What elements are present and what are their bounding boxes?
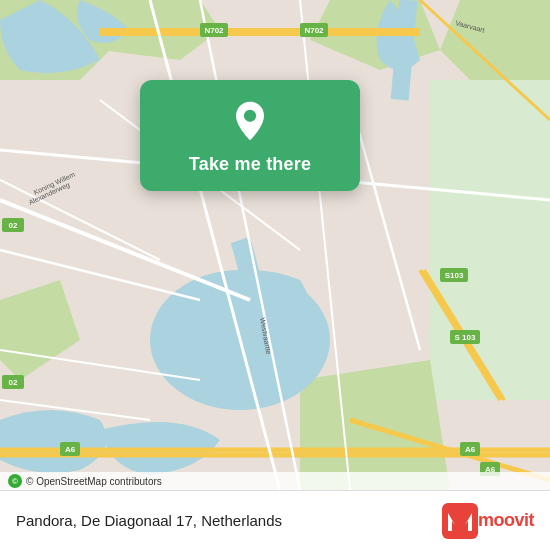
osm-logo-icon: © (8, 474, 22, 488)
svg-text:A6: A6 (465, 445, 476, 454)
map-container: N702 N702 A6 A6 A6 S103 S 103 02 02 Koni… (0, 0, 550, 490)
svg-marker-8 (300, 360, 450, 490)
svg-rect-30 (200, 23, 228, 37)
svg-line-26 (350, 100, 420, 350)
svg-point-53 (244, 110, 256, 122)
svg-line-25 (300, 0, 350, 490)
svg-rect-5 (430, 80, 550, 280)
address-text: Pandora, De Diagonaal 17, Netherlands (16, 512, 282, 529)
svg-marker-7 (0, 280, 80, 380)
svg-marker-4 (440, 0, 550, 90)
location-card[interactable]: Take me there (140, 80, 360, 191)
map-attribution: © © OpenStreetMap contributors (0, 472, 550, 490)
svg-text:02: 02 (9, 221, 18, 230)
take-me-there-button[interactable]: Take me there (189, 154, 311, 175)
svg-text:A6: A6 (65, 445, 76, 454)
svg-line-13 (350, 420, 550, 480)
map-background: N702 N702 A6 A6 A6 S103 S 103 02 02 Koni… (0, 0, 550, 490)
svg-line-29 (420, 0, 550, 120)
moovit-text: moovit (478, 510, 534, 531)
svg-marker-1 (0, 0, 120, 80)
svg-text:N702: N702 (204, 26, 224, 35)
svg-line-20 (0, 250, 200, 300)
svg-text:Vaarvaart: Vaarvaart (455, 19, 486, 33)
svg-line-17 (150, 0, 280, 490)
svg-line-21 (420, 270, 500, 400)
svg-rect-0 (0, 0, 550, 490)
svg-text:S103: S103 (445, 271, 464, 280)
svg-rect-36 (460, 442, 480, 456)
svg-marker-3 (310, 0, 440, 70)
svg-line-24 (0, 400, 150, 420)
svg-text:N702: N702 (304, 26, 324, 35)
svg-marker-2 (100, 0, 220, 60)
svg-rect-54 (442, 503, 478, 539)
svg-rect-9 (391, 0, 418, 101)
svg-rect-46 (2, 375, 24, 389)
svg-line-18 (200, 0, 300, 490)
svg-rect-44 (2, 218, 24, 232)
svg-text:Koning Willem: Koning Willem (32, 171, 76, 197)
svg-text:Westvaartte: Westvaartte (259, 317, 272, 355)
svg-text:Alexanderweg: Alexanderweg (27, 181, 71, 207)
svg-rect-40 (440, 268, 468, 282)
svg-line-22 (424, 270, 504, 400)
svg-text:S 103: S 103 (455, 333, 476, 342)
svg-line-23 (0, 350, 200, 380)
attribution-text: © OpenStreetMap contributors (26, 476, 162, 487)
moovit-logo: moovit (442, 503, 534, 539)
svg-text:02: 02 (9, 378, 18, 387)
svg-rect-32 (300, 23, 328, 37)
moovit-m-icon (442, 503, 478, 539)
footer-bar: Pandora, De Diagonaal 17, Netherlands mo… (0, 490, 550, 550)
svg-rect-34 (60, 442, 80, 456)
location-pin-icon (229, 100, 271, 142)
svg-rect-42 (450, 330, 480, 344)
svg-line-28 (0, 180, 160, 260)
svg-line-16 (0, 200, 250, 300)
svg-point-10 (150, 270, 330, 410)
svg-rect-6 (430, 280, 550, 400)
